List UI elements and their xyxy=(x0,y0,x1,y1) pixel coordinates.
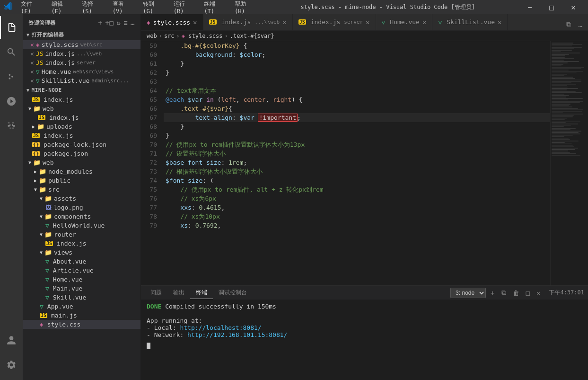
tab-close-js2[interactable]: ✕ xyxy=(366,18,369,26)
open-file-index-web[interactable]: ✕ JS index.js ...\\web xyxy=(23,49,140,58)
menu-view[interactable]: 查看(V) xyxy=(110,0,135,16)
terminal-tabs: 问题 输出 终端 调试控制台 3: node + ⧉ 🗑 □ ✕ 下午4:37:… xyxy=(141,286,588,300)
more-actions-icon[interactable]: … xyxy=(131,19,135,27)
mine-node-section[interactable]: ▼ MINE-NODE xyxy=(23,85,140,95)
tree-index-js-root[interactable]: JS index.js xyxy=(23,131,140,140)
tree-public[interactable]: ▶ 📁 public xyxy=(23,176,140,185)
more-actions-tab-icon[interactable]: … xyxy=(577,19,584,30)
collapse-all-icon[interactable]: ≡ xyxy=(123,19,128,27)
tree-assets[interactable]: ▼ 📁 assets xyxy=(23,194,140,203)
tree-components[interactable]: ▼ 📁 components xyxy=(23,212,140,221)
menu-file[interactable]: 文件(F) xyxy=(18,0,43,16)
tree-about-vue[interactable]: ▽ About.vue xyxy=(23,257,140,266)
src-chevron: ▼ xyxy=(34,187,37,192)
tab-close-vue[interactable]: ✕ xyxy=(422,18,426,26)
minimize-button[interactable]: − xyxy=(519,0,541,14)
maximize-terminal-icon[interactable]: □ xyxy=(524,288,532,298)
tab-terminal[interactable]: 终端 xyxy=(190,287,213,299)
open-file-home-vue[interactable]: ✕ ▽ Home.vue web\src\views xyxy=(23,67,140,76)
tab-skilllist-vue[interactable]: ▽ SkillList.vue ✕ xyxy=(432,14,508,30)
add-terminal-icon[interactable]: + xyxy=(489,288,496,298)
open-file-style-scss[interactable]: ✕ ◈ style.scss web\src xyxy=(23,40,140,49)
minimap-line xyxy=(552,105,569,106)
activity-search[interactable] xyxy=(0,41,23,63)
network-link[interactable]: http://192.168.101.15:8081/ xyxy=(187,331,287,338)
tree-router[interactable]: ▼ 📁 router xyxy=(23,230,140,239)
tree-article-vue[interactable]: ▽ Article.vue xyxy=(23,266,140,275)
tree-main-vue[interactable]: ▽ Main.vue xyxy=(23,284,140,293)
folder-icon3: 📁 xyxy=(33,159,41,166)
tree-views[interactable]: ▼ 📁 views xyxy=(23,248,140,257)
code-content[interactable]: .bg-#{$colorKey} { background: $color; }… xyxy=(161,41,550,285)
code-editor[interactable]: 5960616263646566676869707172737475767778… xyxy=(141,41,588,285)
label: Article.vue xyxy=(53,267,94,274)
code-line: // xs为10px xyxy=(164,212,550,221)
tab-close-vue2[interactable]: ✕ xyxy=(498,18,501,26)
tab-problems[interactable]: 问题 xyxy=(145,287,167,299)
tree-web-folder[interactable]: ▼ 📁 web xyxy=(23,104,140,113)
tree-router-index-js[interactable]: JS index.js xyxy=(23,239,140,248)
menu-terminal[interactable]: 终端(T) xyxy=(201,0,226,16)
activity-debug[interactable] xyxy=(0,90,23,113)
split-editor-icon[interactable]: ⧉ xyxy=(564,18,573,30)
menu-run[interactable]: 运行(R) xyxy=(171,0,196,16)
minimap-line xyxy=(552,104,570,105)
activity-account[interactable] xyxy=(0,329,23,352)
tab-close-js[interactable]: ✕ xyxy=(282,18,286,26)
tree-style-css[interactable]: ◈ style.css xyxy=(23,320,140,329)
tab-home-vue[interactable]: ▽ Home.vue ✕ xyxy=(376,14,433,30)
tree-main-js[interactable]: JS main.js xyxy=(23,311,140,320)
tab-index-web[interactable]: JS index.js ...\\web ✕ xyxy=(203,14,293,30)
breadcrumb-src[interactable]: src xyxy=(164,33,175,39)
new-file-icon[interactable]: + xyxy=(98,19,102,27)
tree-src[interactable]: ▼ 📁 src xyxy=(23,185,140,194)
app-running-label: App running at: xyxy=(147,317,202,324)
open-file-index-server[interactable]: ✕ JS index.js server xyxy=(23,58,140,67)
tree-package-json[interactable]: {} package.json xyxy=(23,149,140,158)
activity-git[interactable] xyxy=(0,65,23,88)
split-terminal-icon[interactable]: ⧉ xyxy=(500,288,508,298)
tab-style-scss[interactable]: ◈ style.scss ✕ xyxy=(141,14,203,30)
tree-skill-vue[interactable]: ▽ Skill.vue xyxy=(23,293,140,302)
open-editors-section[interactable]: ▼ 打开的编辑器 xyxy=(23,29,140,40)
open-file-skilllist-vue[interactable]: ✕ ▽ SkillList.vue admin\src... xyxy=(23,76,140,85)
tab-debug[interactable]: 调试控制台 xyxy=(213,287,253,299)
close-button[interactable]: ✕ xyxy=(562,0,584,14)
tab-index-server[interactable]: JS index.js server ✕ xyxy=(293,14,376,30)
terminal-content[interactable]: DONE Compiled successfully in 150ms App … xyxy=(141,300,588,380)
menu-edit[interactable]: 编辑(E) xyxy=(49,0,74,16)
tree-index-js-web[interactable]: JS index.js xyxy=(23,113,140,122)
folder-icon7: 📁 xyxy=(44,195,52,202)
tree-app-vue[interactable]: ▽ App.vue xyxy=(23,302,140,311)
menu-select[interactable]: 选择(S) xyxy=(79,0,104,16)
tree-node-modules[interactable]: ▶ 📁 node_modules xyxy=(23,167,140,176)
trash-terminal-icon[interactable]: 🗑 xyxy=(511,288,521,298)
web2-chevron: ▼ xyxy=(28,160,31,165)
breadcrumb-selector[interactable]: .text-#{$var} xyxy=(230,33,274,39)
maximize-button[interactable]: □ xyxy=(541,0,562,14)
menu-goto[interactable]: 转到(G) xyxy=(140,0,165,16)
mine-node-label: MINE-NODE xyxy=(32,87,62,93)
tree-index-js-top[interactable]: JS index.js xyxy=(23,95,140,104)
tree-web-folder2[interactable]: ▼ 📁 web xyxy=(23,158,140,167)
refresh-icon[interactable]: ↻ xyxy=(116,19,121,27)
menu-help[interactable]: 帮助(H) xyxy=(232,0,257,16)
minimap xyxy=(550,41,588,285)
tab-output[interactable]: 输出 xyxy=(167,287,190,299)
breadcrumb-web[interactable]: web xyxy=(147,33,157,39)
local-link[interactable]: http://localhost:8081/ xyxy=(180,324,261,331)
tree-package-lock[interactable]: {} package-lock.json xyxy=(23,140,140,149)
new-folder-icon[interactable]: +□ xyxy=(105,19,114,27)
tree-home-vue[interactable]: ▽ Home.vue xyxy=(23,275,140,284)
activity-explorer[interactable] xyxy=(0,16,23,39)
tree-logo-png[interactable]: 🖼 logo.png xyxy=(23,203,140,212)
tree-uploads[interactable]: ▶ 📁 uploads xyxy=(23,122,140,131)
breadcrumb-file[interactable]: ◈ style.scss xyxy=(182,33,223,39)
activity-settings[interactable] xyxy=(0,353,23,376)
terminal-line-running: App running at: xyxy=(147,317,582,324)
tree-helloworld-vue[interactable]: ▽ HelloWorld.vue xyxy=(23,221,140,230)
activity-extensions[interactable] xyxy=(0,115,23,137)
terminal-selector[interactable]: 3: node xyxy=(450,288,486,298)
tab-close-scss[interactable]: ✕ xyxy=(193,18,197,26)
close-terminal-icon[interactable]: ✕ xyxy=(535,288,542,298)
